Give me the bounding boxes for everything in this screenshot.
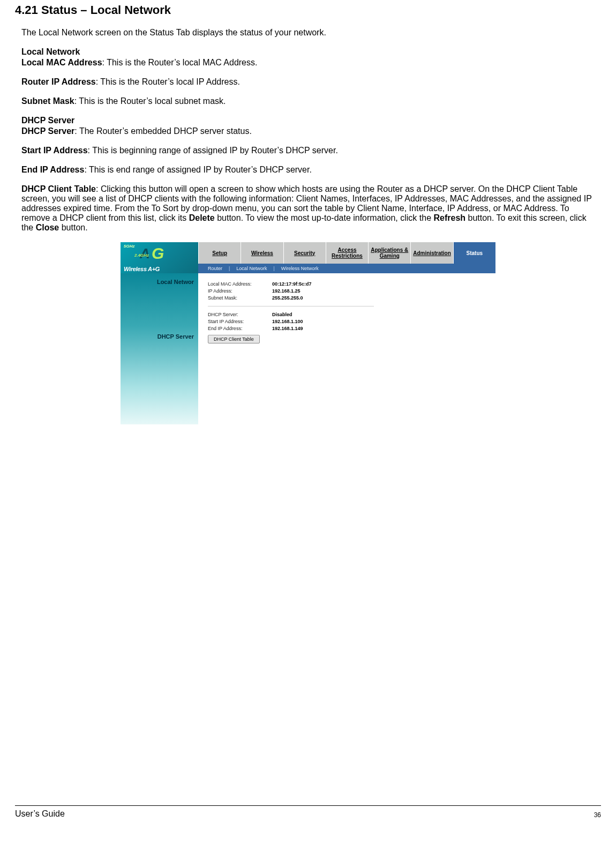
subnet-mask-label: Subnet Mask	[21, 96, 74, 106]
section-title: 4.21 Status – Local Network	[15, 3, 601, 17]
row-dhcp-value: Disabled	[272, 312, 292, 317]
intro-paragraph: The Local Network screen on the Status T…	[21, 28, 595, 38]
router-screenshot: 5GHz A G 2.4GHz Wireless A+G Setup Wirel…	[121, 242, 495, 424]
row-end-value: 192.168.1.149	[272, 326, 303, 331]
close-bold: Close	[36, 223, 59, 232]
logo-5ghz-text: 5GHz	[124, 244, 134, 249]
router-main-panel: Local MAC Address: 00:12:17:9f:5c:d7 IP …	[198, 273, 495, 424]
sub-tab-bar: Router | Local Network | Wireless Networ…	[198, 264, 495, 273]
tab-status[interactable]: Status	[453, 242, 495, 264]
dhcp-end-label: End IP Address	[21, 165, 84, 174]
subtab-separator: |	[229, 266, 230, 271]
logo-brand-text: Wireless A+G	[124, 266, 160, 272]
logo-24ghz-text: 2.4GHz	[134, 253, 149, 258]
row-mask-key: Subnet Mask:	[208, 295, 272, 301]
subtab-wireless-network[interactable]: Wireless Network	[281, 266, 319, 271]
row-local-mac-value: 00:12:17:9f:5c:d7	[272, 281, 312, 287]
sidebar-label-local-network: Local Networ	[157, 279, 194, 285]
page-number: 36	[594, 811, 601, 819]
row-start-key: Start IP Address:	[208, 319, 272, 324]
sidebar-label-dhcp-server: DHCP Server	[157, 333, 194, 340]
section-divider	[208, 306, 374, 306]
refresh-bold: Refresh	[434, 213, 466, 222]
tab-setup[interactable]: Setup	[198, 242, 241, 264]
router-ip-label: Router IP Address	[21, 77, 96, 86]
dhcp-client-table-button[interactable]: DHCP Client Table	[208, 335, 260, 343]
dhcp-table-tail: button.	[59, 223, 87, 232]
dhcp-start-label: Start IP Address	[21, 146, 88, 155]
page-footer: User’s Guide 36	[15, 805, 601, 819]
router-sidebar: Local Networ DHCP Server	[121, 273, 198, 424]
dhcp-server-text: : The Router’s embedded DHCP server stat…	[74, 126, 252, 136]
tab-applications-gaming[interactable]: Applications & Gaming	[368, 242, 410, 264]
row-local-mac: Local MAC Address: 00:12:17:9f:5c:d7	[208, 281, 486, 287]
local-mac-label: Local MAC Address	[21, 58, 102, 67]
tab-administration[interactable]: Administration	[410, 242, 453, 264]
dhcp-end-text: : This is end range of assigned IP by Ro…	[84, 165, 312, 174]
row-start-value: 192.168.1.100	[272, 319, 303, 324]
router-ip-text: : This is the Router’s local IP Address.	[96, 77, 240, 86]
dhcp-client-table-paragraph: DHCP Client Table: Clicking this button …	[21, 184, 595, 233]
subtab-separator: |	[273, 266, 274, 271]
subtab-router[interactable]: Router	[208, 266, 222, 271]
row-dhcp-server: DHCP Server: Disabled	[208, 312, 486, 317]
row-ip-value: 192.168.1.25	[272, 288, 301, 294]
local-mac-text: : This is the Router’s local MAC Address…	[102, 58, 258, 67]
row-ip-key: IP Address:	[208, 288, 272, 294]
tab-security[interactable]: Security	[283, 242, 326, 264]
row-ip-address: IP Address: 192.168.1.25	[208, 288, 486, 294]
row-start-ip: Start IP Address: 192.168.1.100	[208, 319, 486, 324]
row-end-key: End IP Address:	[208, 326, 272, 331]
delete-bold: Delete	[189, 213, 215, 222]
logo-g-text: G	[152, 244, 164, 263]
row-mask-value: 255.255.255.0	[272, 295, 303, 301]
dhcp-table-mid: button. To view the most up-to-date info…	[215, 213, 434, 222]
router-logo: 5GHz A G 2.4GHz Wireless A+G	[121, 242, 198, 273]
row-end-ip: End IP Address: 192.168.1.149	[208, 326, 486, 331]
local-network-heading: Local Network	[21, 47, 80, 56]
main-tab-bar: Setup Wireless Security Access Restricti…	[198, 242, 495, 264]
dhcp-server-label: DHCP Server	[21, 126, 74, 136]
row-dhcp-key: DHCP Server:	[208, 312, 272, 317]
row-subnet-mask: Subnet Mask: 255.255.255.0	[208, 295, 486, 301]
subnet-mask-text: : This is the Router’s local subnet mask…	[74, 96, 226, 106]
tab-access-restrictions[interactable]: Access Restrictions	[326, 242, 368, 264]
dhcp-heading: DHCP Server	[21, 116, 74, 125]
tab-wireless[interactable]: Wireless	[241, 242, 283, 264]
dhcp-start-text: : This is beginning range of assigned IP…	[88, 146, 338, 155]
footer-left: User’s Guide	[15, 809, 65, 819]
row-local-mac-key: Local MAC Address:	[208, 281, 272, 287]
dhcp-table-label: DHCP Client Table	[21, 184, 96, 193]
subtab-local-network[interactable]: Local Network	[236, 266, 267, 271]
